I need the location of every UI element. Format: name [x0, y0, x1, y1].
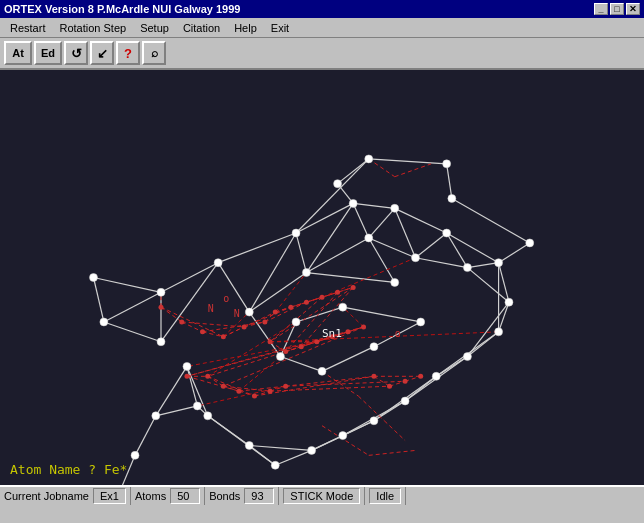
menu-restart[interactable]: Restart — [4, 19, 51, 37]
jobname-label: Current Jobname — [4, 490, 89, 502]
jobname-value: Ex1 — [93, 488, 126, 504]
menu-rotation-step[interactable]: Rotation Step — [53, 19, 132, 37]
molecule-canvas — [0, 70, 644, 485]
menu-help[interactable]: Help — [228, 19, 263, 37]
status-bar: Current Jobname Ex1 Atoms 50 Bonds 93 ST… — [0, 485, 644, 505]
rotate-button[interactable]: ↺ — [64, 41, 88, 65]
menu-exit[interactable]: Exit — [265, 19, 295, 37]
toolbar: At Ed ↺ ↙ ? ⌕ — [0, 38, 644, 70]
title-bar-buttons: _ □ ✕ — [594, 3, 640, 15]
menu-bar: Restart Rotation Step Setup Citation Hel… — [0, 18, 644, 38]
title-bar: ORTEX Version 8 P.McArdle NUI Galway 199… — [0, 0, 644, 18]
menu-citation[interactable]: Citation — [177, 19, 226, 37]
close-button[interactable]: ✕ — [626, 3, 640, 15]
status-bonds: Bonds 93 — [205, 487, 279, 505]
mode-value: STICK Mode — [283, 488, 360, 504]
zoom-button[interactable]: ⌕ — [142, 41, 166, 65]
atoms-value: 50 — [170, 488, 200, 504]
status-idle: Idle — [365, 487, 406, 505]
maximize-button[interactable]: □ — [610, 3, 624, 15]
bonds-value: 93 — [244, 488, 274, 504]
atom-label: Atom Name ? Fe* — [10, 462, 127, 477]
canvas-area: Atom Name ? Fe* — [0, 70, 644, 485]
menu-setup[interactable]: Setup — [134, 19, 175, 37]
query-button[interactable]: ? — [116, 41, 140, 65]
status-mode: STICK Mode — [279, 487, 365, 505]
status-jobname: Current Jobname Ex1 — [0, 487, 131, 505]
at-button[interactable]: At — [4, 41, 32, 65]
ed-button[interactable]: Ed — [34, 41, 62, 65]
idle-value: Idle — [369, 488, 401, 504]
arrow-button[interactable]: ↙ — [90, 41, 114, 65]
window-title: ORTEX Version 8 P.McArdle NUI Galway 199… — [4, 3, 240, 15]
minimize-button[interactable]: _ — [594, 3, 608, 15]
bonds-label: Bonds — [209, 490, 240, 502]
atoms-label: Atoms — [135, 490, 166, 502]
status-atoms: Atoms 50 — [131, 487, 205, 505]
